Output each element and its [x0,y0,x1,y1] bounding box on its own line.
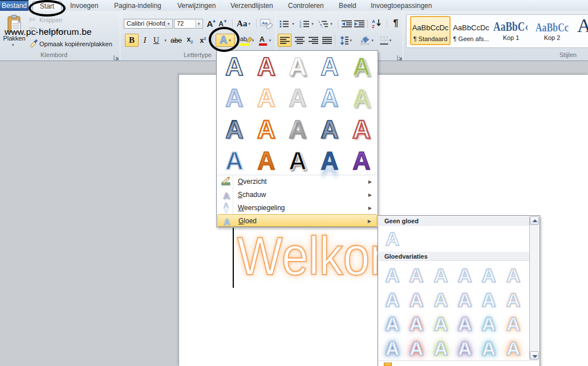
svg-text:Z: Z [372,24,375,28]
svg-text:i: i [322,26,322,28]
svg-text:3: 3 [299,26,302,28]
svg-text:A: A [372,19,375,24]
svg-text:A: A [224,207,229,214]
svg-text:Aa: Aa [262,21,268,26]
